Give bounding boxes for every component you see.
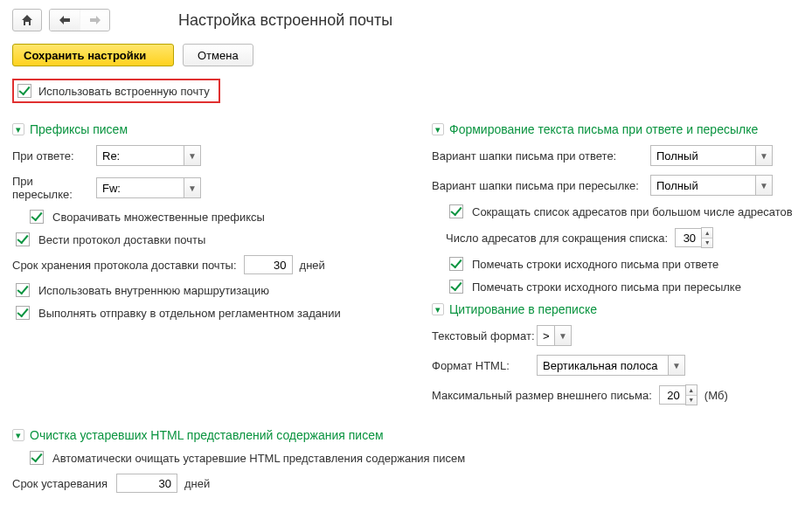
mark-reply-lines-checkbox[interactable] [449, 257, 463, 271]
chevron-down-icon [12, 123, 24, 135]
section-toggle-cleanup[interactable]: Очистка устаревших HTML представлений со… [12, 428, 800, 442]
recipients-count-spinner[interactable]: ▲▼ [701, 227, 713, 248]
use-builtin-mail-label: Использовать встроенную почту [38, 85, 210, 98]
reply-prefix-input[interactable] [96, 145, 184, 166]
quote-text-format-dropdown[interactable]: ▼ [554, 325, 572, 346]
internal-routing-checkbox[interactable] [16, 283, 30, 297]
max-size-spinner[interactable]: ▲▼ [685, 384, 697, 405]
shorten-recipients-checkbox[interactable] [449, 204, 463, 218]
reply-header-input[interactable] [650, 145, 755, 166]
auto-cleanup-checkbox[interactable] [30, 451, 44, 465]
mark-reply-lines-label: Помечать строки исходного письма при отв… [472, 258, 718, 271]
back-button[interactable] [50, 10, 80, 31]
separate-job-checkbox[interactable] [16, 306, 30, 320]
collapse-prefixes-checkbox[interactable] [30, 210, 44, 224]
quote-text-format-input[interactable] [537, 325, 554, 346]
section-title-quote: Цитирование в переписке [449, 302, 597, 316]
mark-forward-lines-checkbox[interactable] [449, 280, 463, 294]
arrow-left-icon [59, 16, 70, 24]
arrow-right-icon [90, 16, 101, 24]
section-toggle-quote[interactable]: Цитирование в переписке [432, 302, 800, 316]
delivery-log-label: Вести протокол доставки почты [38, 233, 205, 246]
quote-html-format-dropdown[interactable]: ▼ [668, 355, 685, 376]
reply-prefix-label: При ответе: [12, 149, 96, 163]
quote-html-format-input[interactable] [537, 355, 668, 376]
use-builtin-mail-checkbox[interactable] [17, 84, 31, 98]
separate-job-label: Выполнять отправку в отдельном регламент… [38, 307, 341, 320]
reply-prefix-dropdown[interactable]: ▼ [184, 145, 201, 166]
home-button[interactable] [12, 9, 42, 31]
forward-prefix-input[interactable] [96, 177, 184, 198]
recipients-count-label: Число адресатов для сокращения списка: [446, 232, 668, 245]
section-toggle-prefixes[interactable]: Префиксы писем [12, 122, 406, 136]
cleanup-age-input[interactable] [116, 474, 177, 493]
shorten-recipients-label: Сокращать список адресатов при большом ч… [472, 205, 793, 218]
cleanup-age-label: Срок устаревания [12, 477, 108, 490]
chevron-down-icon [432, 303, 444, 315]
quote-html-format-label: Формат HTML: [432, 359, 537, 372]
max-size-input[interactable] [659, 385, 685, 405]
save-button[interactable]: Сохранить настройки [12, 44, 174, 66]
forward-header-input[interactable] [650, 175, 755, 196]
log-retention-label: Срок хранения протокола доставки почты: [12, 259, 237, 272]
use-builtin-mail-row: Использовать встроенную почту [12, 79, 220, 103]
forward-prefix-dropdown[interactable]: ▼ [184, 177, 201, 198]
internal-routing-label: Использовать внутреннюю маршрутизацию [38, 284, 269, 297]
reply-header-dropdown[interactable]: ▼ [755, 145, 773, 166]
max-size-unit: (Мб) [704, 389, 728, 402]
recipients-count-input[interactable] [675, 228, 701, 247]
page-title: Настройка встроенной почты [178, 11, 392, 30]
quote-text-format-label: Текстовый формат: [432, 329, 537, 343]
collapse-prefixes-label: Сворачивать множественные префиксы [52, 211, 265, 224]
cleanup-age-unit: дней [184, 477, 210, 490]
chevron-down-icon [12, 429, 24, 441]
home-icon [21, 14, 33, 26]
forward-button [80, 10, 109, 31]
section-title-cleanup: Очистка устаревших HTML представлений со… [30, 428, 384, 442]
log-retention-input[interactable] [244, 255, 293, 274]
log-retention-unit: дней [300, 259, 325, 272]
forward-prefix-label: При пересылке: [12, 175, 96, 201]
section-title-prefixes: Префиксы писем [30, 122, 128, 136]
section-title-reply-body: Формирование текста письма при ответе и … [449, 122, 758, 136]
max-size-label: Максимальный размер внешнего письма: [432, 389, 652, 402]
reply-header-label: Вариант шапки письма при ответе: [432, 149, 650, 163]
auto-cleanup-label: Автоматически очищать устаревшие HTML пр… [52, 452, 465, 465]
cancel-button[interactable]: Отмена [183, 44, 253, 66]
forward-header-dropdown[interactable]: ▼ [755, 175, 773, 196]
mark-forward-lines-label: Помечать строки исходного письма при пер… [472, 280, 741, 294]
delivery-log-checkbox[interactable] [16, 232, 30, 246]
forward-header-label: Вариант шапки письма при пересылке: [432, 179, 650, 192]
chevron-down-icon [432, 123, 444, 135]
section-toggle-reply-body[interactable]: Формирование текста письма при ответе и … [432, 122, 800, 136]
